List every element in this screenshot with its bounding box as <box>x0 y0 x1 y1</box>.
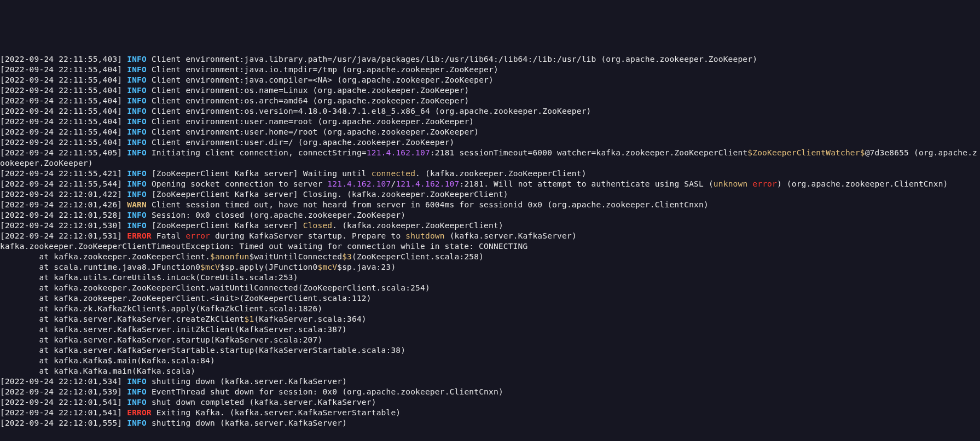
log-segment: $waitUntilConnected <box>249 252 342 261</box>
log-bracket: [ <box>0 76 5 84</box>
stack-line: at kafka.server.KafkaServer.createZkClie… <box>0 314 980 324</box>
log-bracket: ] <box>117 200 127 209</box>
stack-line: at kafka.zookeeper.ZooKeeperClient.<init… <box>0 293 980 304</box>
log-segment: EventThread shut down for session: 0x0 (… <box>152 387 503 396</box>
log-segment: Client environment:java.library.path=/us… <box>152 55 757 63</box>
log-bracket: [ <box>0 200 5 209</box>
log-segment: shutdown <box>405 231 444 240</box>
log-timestamp: 2022-09-24 22:12:01,531 <box>5 231 117 240</box>
log-segment: Client environment:java.io.tmpdir=/tmp (… <box>152 65 498 74</box>
log-segment: at kafka.server.KafkaServerStartable.sta… <box>0 346 405 355</box>
log-line: [2022-09-24 22:11:55,421] INFO [ZooKeepe… <box>0 169 980 179</box>
log-segment: at kafka.zookeeper.ZooKeeperClient.<init… <box>0 294 372 303</box>
log-segment: at kafka.Kafka.main(Kafka.scala) <box>0 367 195 375</box>
log-timestamp: 2022-09-24 22:11:55,404 <box>5 76 117 84</box>
log-segment: [ZooKeeperClient Kafka server] Waiting u… <box>152 169 372 178</box>
log-line: [2022-09-24 22:11:55,404] INFO Client en… <box>0 75 980 85</box>
log-segment: $mcV <box>317 263 337 271</box>
log-level: INFO <box>127 211 147 219</box>
log-bracket: [ <box>0 408 5 417</box>
log-level: INFO <box>127 127 147 136</box>
log-line: [2022-09-24 22:11:55,403] INFO Client en… <box>0 54 980 65</box>
log-segment: Client environment:os.version=4.18.0-348… <box>152 107 592 115</box>
stack-line: at kafka.utils.CoreUtils$.inLock(CoreUti… <box>0 272 980 283</box>
log-line: [2022-09-24 22:12:01,528] INFO Session: … <box>0 210 980 220</box>
log-bracket: ] <box>117 96 127 105</box>
log-segment: [ZooKeeperClient Kafka server] <box>152 221 303 230</box>
log-segment: during KafkaServer startup. Prepare to <box>210 231 405 240</box>
stack-line: at kafka.server.KafkaServerStartable.sta… <box>0 345 980 356</box>
log-segment: (KafkaServer.scala:364) <box>254 315 366 323</box>
log-timestamp: 2022-09-24 22:11:55,403 <box>5 55 117 63</box>
stack-line: at kafka.zookeeper.ZooKeeperClient.$anon… <box>0 252 980 262</box>
log-bracket: [ <box>0 55 5 63</box>
log-line: [2022-09-24 22:11:55,404] INFO Client en… <box>0 85 980 96</box>
log-bracket: [ <box>0 179 5 188</box>
log-bracket: ] <box>117 65 127 74</box>
log-timestamp: 2022-09-24 22:12:01,422 <box>5 190 117 199</box>
log-bracket: [ <box>0 169 5 178</box>
log-bracket: ] <box>117 179 127 188</box>
log-bracket: ] <box>117 55 127 63</box>
log-bracket: [ <box>0 96 5 105</box>
log-segment: Client environment:user.dir=/ (org.apach… <box>152 138 455 147</box>
log-segment: Exiting Kafka. (kafka.server.KafkaServer… <box>156 408 401 417</box>
log-bracket: [ <box>0 221 5 230</box>
log-level: INFO <box>127 76 147 84</box>
log-level: INFO <box>127 398 147 407</box>
log-level: INFO <box>127 377 147 386</box>
log-segment: $anonfun <box>210 252 249 261</box>
log-segment: Fatal <box>156 231 186 240</box>
terminal-output[interactable]: [2022-09-24 22:11:55,403] INFO Client en… <box>0 52 980 428</box>
log-segment: ) (org.apache.zookeeper.ClientCnxn) <box>777 179 948 188</box>
log-level: INFO <box>127 55 147 63</box>
log-bracket: [ <box>0 117 5 126</box>
stack-line: at kafka.server.KafkaServer.initZkClient… <box>0 324 980 335</box>
log-line: [2022-09-24 22:12:01,534] INFO shutting … <box>0 376 980 387</box>
log-segment <box>747 179 752 188</box>
log-bracket: [ <box>0 377 5 386</box>
log-bracket: ] <box>117 148 127 157</box>
log-level: INFO <box>127 179 147 188</box>
log-timestamp: 2022-09-24 22:11:55,404 <box>5 86 117 95</box>
log-segment: $sp.java:23) <box>337 263 396 271</box>
log-level: INFO <box>127 387 147 396</box>
log-line: [2022-09-24 22:11:55,404] INFO Client en… <box>0 137 980 148</box>
stack-line: kafka.zookeeper.ZooKeeperClientTimeoutEx… <box>0 241 980 252</box>
log-segment: (ZooKeeperClient.scala:258) <box>352 252 484 261</box>
log-line: [2022-09-24 22:12:01,422] INFO [ZooKeepe… <box>0 189 980 200</box>
log-level: INFO <box>127 169 147 178</box>
log-segment: Session: 0x0 closed (org.apache.zookeepe… <box>152 211 405 219</box>
log-timestamp: 2022-09-24 22:12:01,555 <box>5 419 117 427</box>
log-timestamp: 2022-09-24 22:12:01,541 <box>5 398 117 407</box>
log-timestamp: 2022-09-24 22:12:01,534 <box>5 377 117 386</box>
log-segment: $3 <box>342 252 352 261</box>
log-bracket: ] <box>117 76 127 84</box>
log-timestamp: 2022-09-24 22:12:01,528 <box>5 211 117 219</box>
log-timestamp: 2022-09-24 22:11:55,404 <box>5 65 117 74</box>
log-line: [2022-09-24 22:12:01,426] WARN Client se… <box>0 200 980 210</box>
stack-line: at kafka.zookeeper.ZooKeeperClient.waitU… <box>0 283 980 293</box>
log-segment: error <box>752 179 777 188</box>
log-bracket: ] <box>117 86 127 95</box>
log-segment: Client environment:user.name=root (org.a… <box>152 117 474 126</box>
log-segment: Opening socket connection to server <box>152 179 327 188</box>
log-segment: Client environment:java.compiler=<NA> (o… <box>152 76 494 84</box>
log-bracket: [ <box>0 398 5 407</box>
log-bracket: ] <box>117 211 127 219</box>
log-bracket: [ <box>0 231 5 240</box>
log-bracket: ] <box>117 127 127 136</box>
log-segment: Client environment:os.name=Linux (org.ap… <box>152 86 469 95</box>
log-bracket: ] <box>117 107 127 115</box>
log-bracket: [ <box>0 86 5 95</box>
log-line: [2022-09-24 22:12:01,541] ERROR Exiting … <box>0 408 980 418</box>
log-level: ERROR <box>127 231 152 240</box>
log-level: INFO <box>127 190 147 199</box>
log-level: ERROR <box>127 408 152 417</box>
log-segment: kafka.zookeeper.ZooKeeperClientTimeoutEx… <box>0 242 527 251</box>
log-timestamp: 2022-09-24 22:11:55,404 <box>5 107 117 115</box>
log-segment: at kafka.server.KafkaServer.createZkClie… <box>0 315 245 323</box>
log-bracket: ] <box>117 377 127 386</box>
log-level: INFO <box>127 148 147 157</box>
log-bracket: [ <box>0 65 5 74</box>
